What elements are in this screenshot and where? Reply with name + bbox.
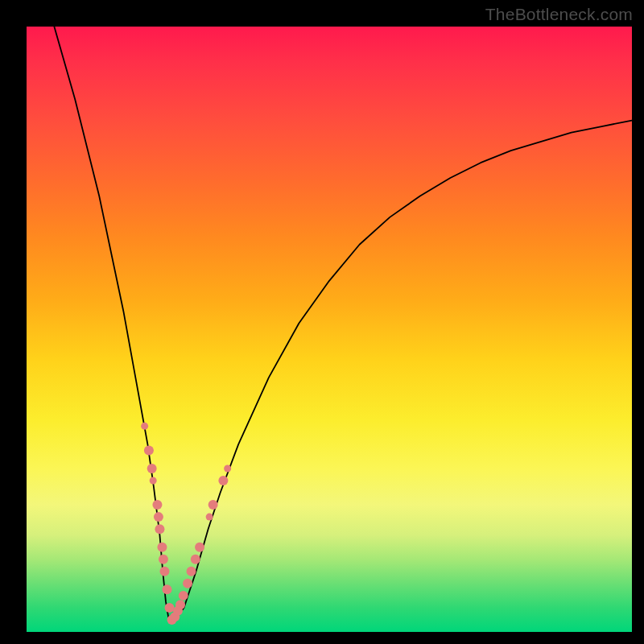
curve-marker <box>162 584 171 594</box>
curve-marker <box>187 567 196 576</box>
curve-marker <box>183 579 192 588</box>
curve-marker <box>150 477 157 485</box>
curve-marker <box>208 500 218 510</box>
curve-marker <box>157 543 167 552</box>
plot-area <box>27 27 632 632</box>
curve-marker <box>159 567 169 576</box>
bottleneck-curve <box>51 14 632 620</box>
curve-marker <box>152 500 162 510</box>
curve-marker <box>164 603 174 613</box>
curve-marker <box>224 464 231 472</box>
curve-marker <box>179 591 188 601</box>
watermark-text: TheBottleneck.com <box>485 5 633 24</box>
curve-marker <box>206 514 213 521</box>
curve-marker <box>155 524 164 534</box>
curve-marker <box>195 543 204 552</box>
curve-marker <box>141 423 148 430</box>
curve-layer <box>27 27 632 632</box>
curve-marker <box>154 512 163 522</box>
curve-marker <box>218 476 228 485</box>
curve-marker <box>147 464 157 473</box>
curve-marker <box>175 600 185 609</box>
curve-marker <box>159 555 168 564</box>
curve-marker <box>144 445 154 455</box>
curve-marker <box>191 555 200 564</box>
chart-frame: TheBottleneck.com <box>0 0 644 644</box>
curve-markers <box>141 423 231 625</box>
